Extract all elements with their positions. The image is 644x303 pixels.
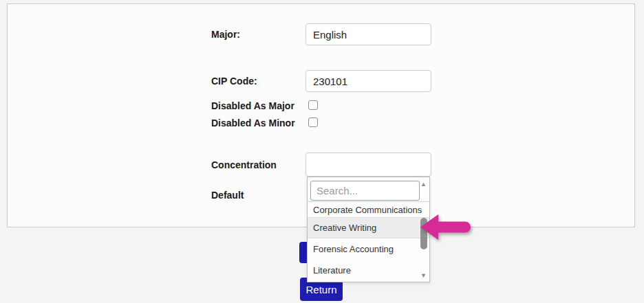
default-label: Default (211, 190, 244, 201)
dropdown-search-input[interactable] (310, 181, 420, 201)
concentration-label: Concentration (211, 159, 277, 170)
dropdown-option-literature[interactable]: Literature (308, 260, 429, 281)
scrollbar-thumb[interactable] (420, 218, 427, 249)
dropdown-option-corporate-communications[interactable]: Corporate Communications (308, 201, 429, 217)
major-input[interactable] (305, 23, 431, 45)
dropdown-option-forensic-accounting[interactable]: Forensic Accounting (308, 238, 429, 260)
disabled-as-major-checkbox[interactable] (308, 100, 318, 110)
page-background: { "form": { "major": { "label": "Major:"… (0, 0, 644, 303)
disabled-as-minor-label: Disabled As Minor (211, 117, 295, 128)
disabled-as-minor-checkbox[interactable] (308, 117, 318, 127)
scrollbar-down-icon[interactable]: ▼ (419, 272, 428, 279)
scrollbar-up-icon[interactable]: ▲ (419, 181, 428, 188)
major-label: Major: (211, 29, 240, 40)
dropdown-option-creative-writing-highlighted[interactable]: Creative Writing (308, 217, 429, 238)
concentration-dropdown: Corporate Communications Creative Writin… (307, 177, 430, 282)
concentration-input[interactable] (305, 153, 431, 177)
cip-code-input[interactable] (305, 70, 431, 92)
cip-code-label: CIP Code: (211, 76, 257, 87)
disabled-as-major-label: Disabled As Major (211, 100, 294, 111)
